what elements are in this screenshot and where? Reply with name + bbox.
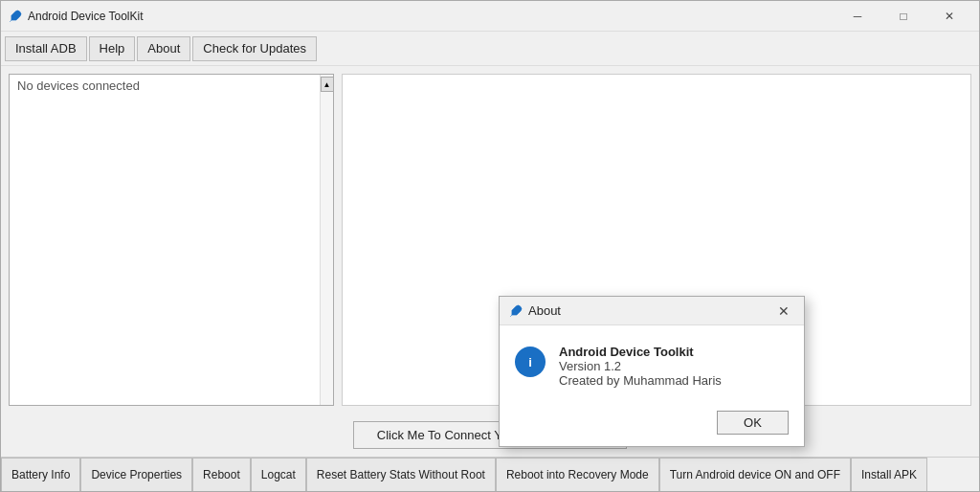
device-list: No devices connected ▲: [9, 74, 334, 406]
modal-version: Version 1.2: [559, 359, 789, 373]
modal-app-name: Android Device Toolkit: [559, 345, 789, 359]
modal-title-area: About: [509, 303, 561, 318]
modal-close-button[interactable]: ✕: [773, 301, 794, 322]
reset-battery-tab[interactable]: Reset Battery Stats Without Root: [306, 458, 496, 491]
title-bar-controls: ─ □ ✕: [835, 3, 971, 30]
main-content: No devices connected ▲ Click Me To Conne…: [1, 66, 979, 457]
modal-body: i Android Device Toolkit Version 1.2 Cre…: [500, 325, 804, 403]
install-apk-tab[interactable]: Install APK: [851, 458, 927, 491]
turn-device-tab[interactable]: Turn Android device ON and OFF: [659, 458, 851, 491]
check-updates-button[interactable]: Check for Updates: [192, 36, 317, 61]
logcat-tab[interactable]: Logcat: [251, 458, 306, 491]
install-adb-button[interactable]: Install ADB: [5, 36, 87, 61]
no-devices-text: No devices connected: [13, 75, 144, 97]
about-modal: About ✕ i Android Device Toolkit Version…: [499, 296, 805, 447]
connect-btn-area: Click Me To Connect Your Device To Tool: [1, 414, 979, 457]
about-button[interactable]: About: [137, 36, 190, 61]
content-area: No devices connected ▲: [1, 66, 979, 414]
main-window: Android Device ToolKit ─ □ ✕ Install ADB…: [0, 0, 980, 492]
close-button[interactable]: ✕: [927, 3, 971, 30]
scrollbar-track: ▲: [320, 75, 333, 405]
battery-info-tab[interactable]: Battery Info: [1, 458, 80, 491]
bottom-tabs: Battery Info Device Properties Reboot Lo…: [1, 457, 979, 491]
reboot-recovery-tab[interactable]: Reboot into Recovery Mode: [496, 458, 659, 491]
modal-titlebar: About ✕: [500, 297, 804, 325]
ok-button[interactable]: OK: [717, 411, 789, 435]
menu-bar: Install ADB Help About Check for Updates: [1, 32, 979, 66]
maximize-button[interactable]: □: [881, 3, 925, 30]
modal-title-text: About: [528, 303, 561, 318]
modal-app-icon: [509, 304, 523, 318]
reboot-tab[interactable]: Reboot: [192, 458, 251, 491]
modal-text-area: Android Device Toolkit Version 1.2 Creat…: [559, 345, 789, 388]
modal-footer: OK: [500, 403, 804, 446]
title-bar: Android Device ToolKit ─ □ ✕: [1, 1, 979, 32]
device-properties-tab[interactable]: Device Properties: [80, 458, 192, 491]
scroll-up-arrow[interactable]: ▲: [321, 77, 334, 92]
help-button[interactable]: Help: [89, 36, 136, 61]
device-panel: No devices connected ▲: [9, 74, 334, 406]
title-bar-left: Android Device ToolKit: [9, 10, 144, 23]
modal-creator: Created by Muhammad Haris: [559, 373, 789, 388]
app-icon: [9, 10, 22, 23]
info-icon: i: [515, 347, 546, 377]
minimize-button[interactable]: ─: [835, 3, 880, 30]
app-title: Android Device ToolKit: [28, 10, 144, 23]
